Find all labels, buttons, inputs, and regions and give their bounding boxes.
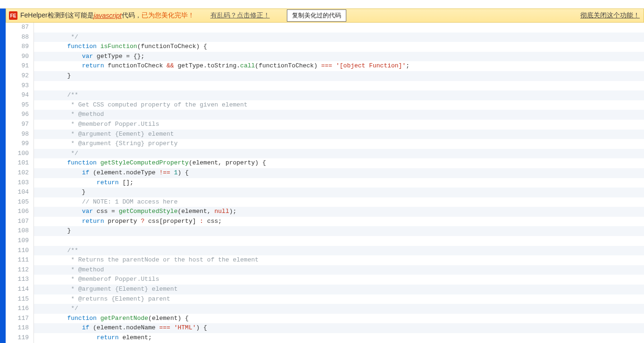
code-line: return property ? css[property] : css; [34,217,644,227]
line-number: 110 [6,246,29,256]
code-line: * Get CSS computed property of the given… [34,100,644,110]
line-number: 114 [6,285,29,294]
code-viewer[interactable]: 8788899091929394959697989910010110210310… [6,23,644,343]
code-line: /** [34,90,644,100]
code-line: function getStyleComputedProperty(elemen… [34,158,644,168]
code-line: */ [34,304,644,314]
left-accent-bar [0,8,6,343]
code-line: function isFunction(functionToCheck) { [34,42,644,52]
code-line: if (element.nodeName === 'HTML') { [34,323,644,333]
code-line: * @method [34,110,644,120]
code-line: } [34,188,644,197]
line-number: 108 [6,226,29,236]
copy-code-button[interactable]: 复制美化过的代码 [287,9,346,22]
code-line: * @argument {Element} element [34,285,644,294]
code-line: var css = getComputedStyle(element, null… [34,207,644,217]
line-number: 116 [6,304,29,314]
line-number: 99 [6,139,29,149]
code-content: */ function isFunction(functionToCheck) … [34,23,644,343]
fix-encoding-link[interactable]: 有乱码？点击修正！ [210,11,270,20]
language-link[interactable]: javascript [94,12,122,19]
code-line: var getType = {}; [34,52,644,62]
close-feature-link[interactable]: 彻底关闭这个功能！ [580,11,640,20]
fehelper-notice-bar: FE FeHelper检测到这可能是 javascript 代码， 已为您美化完… [6,8,644,23]
line-number: 96 [6,110,29,120]
line-number: 97 [6,120,29,130]
line-number: 89 [6,42,29,52]
code-line: return element; [34,333,644,343]
line-number: 107 [6,217,29,227]
code-line: * Returns the parentNode or the host of … [34,255,644,265]
line-number: 100 [6,149,29,159]
code-line [34,81,644,91]
line-number: 115 [6,294,29,304]
code-line [34,23,644,33]
page-root: FE FeHelper检测到这可能是 javascript 代码， 已为您美化完… [0,0,644,343]
line-number: 90 [6,52,29,62]
code-line: // NOTE: 1 DOM access here [34,197,644,207]
line-number: 93 [6,81,29,91]
code-line: if (element.nodeType !== 1) { [34,168,644,178]
notice-prefix: FeHelper检测到这可能是 [20,11,94,20]
code-line: * @method [34,265,644,275]
notice-mid: 代码， [122,11,142,20]
line-number: 113 [6,275,29,285]
code-line: */ [34,149,644,159]
line-number: 119 [6,333,29,343]
line-number: 101 [6,158,29,168]
line-number: 95 [6,100,29,110]
code-line: return functionToCheck && getType.toStri… [34,61,644,71]
code-line: return []; [34,178,644,188]
code-line: } [34,71,644,81]
line-number: 102 [6,168,29,178]
line-number: 118 [6,323,29,333]
code-line: * @memberof Popper.Utils [34,120,644,130]
line-number: 88 [6,33,29,42]
line-number-gutter: 8788899091929394959697989910010110210310… [6,23,34,343]
code-line: /** [34,246,644,256]
code-line: * @argument {Eement} element [34,130,644,139]
code-line [34,236,644,246]
line-number: 105 [6,197,29,207]
line-number: 94 [6,90,29,100]
code-line: */ [34,33,644,42]
line-number: 91 [6,61,29,71]
line-number: 98 [6,130,29,139]
line-number: 112 [6,265,29,275]
code-line: * @memberof Popper.Utils [34,275,644,285]
code-line: * @argument {String} property [34,139,644,149]
fehelper-icon: FE [9,11,17,20]
code-line: * @returns {Element} parent [34,294,644,304]
line-number: 111 [6,255,29,265]
code-line: } [34,226,644,236]
line-number: 92 [6,71,29,81]
line-number: 109 [6,236,29,246]
line-number: 106 [6,207,29,217]
line-number: 87 [6,23,29,33]
code-line: function getParentNode(element) { [34,314,644,324]
line-number: 103 [6,178,29,188]
line-number: 117 [6,314,29,324]
line-number: 104 [6,188,29,197]
notice-done: 已为您美化完毕！ [142,11,194,20]
